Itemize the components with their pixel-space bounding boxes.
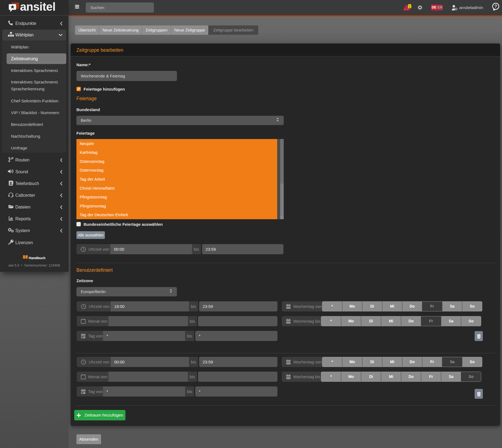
svg-text:1: 1 [409,5,410,8]
svg-text:?: ? [494,4,497,9]
